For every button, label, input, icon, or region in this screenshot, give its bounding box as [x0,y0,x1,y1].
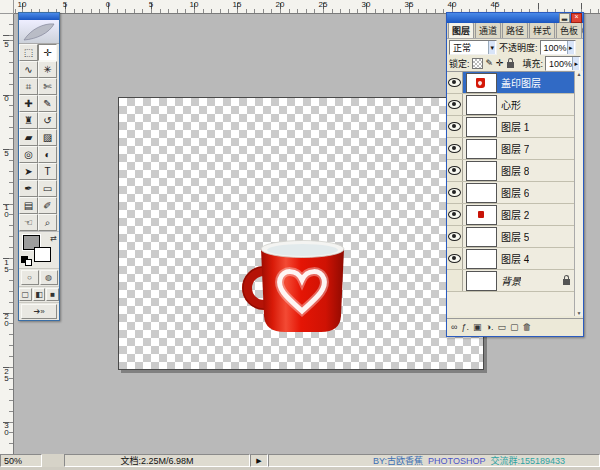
tool-lasso[interactable]: ∿ [19,61,38,78]
layer-row[interactable]: 图层 8 [447,160,576,182]
layer-name: 图层 1 [501,119,529,134]
layer-visibility-toggle[interactable] [447,204,463,225]
palette-scrollbar[interactable]: ▲▼ [574,71,583,316]
lock-position-icon[interactable]: ✛ [496,59,504,68]
eye-icon [448,144,461,153]
tool-hand[interactable]: ☜ [19,214,38,231]
v-ruler-label: 30 [0,421,11,435]
new-layer-button[interactable]: ▢ [510,321,519,333]
tool-eraser[interactable]: ▰ [19,129,38,146]
screen-mode-button-2[interactable]: ◧ [33,288,46,301]
tool-healing-brush[interactable]: ✚ [19,95,38,112]
eye-icon [448,188,461,197]
layer-name: 图层 8 [501,163,529,178]
document-canvas[interactable] [118,97,484,370]
default-colors-icon[interactable] [21,256,32,266]
tool-blur[interactable]: ◎ [19,146,38,163]
h-ruler-label: 30 [362,0,371,9]
watermark-author: BY:古欧香蕉 [373,454,423,467]
lock-transparency-icon[interactable] [472,58,483,69]
opacity-field[interactable]: 100% ▸ [540,40,576,55]
tool-rect-marquee[interactable]: ⬚ [19,44,38,61]
color-swatch-area: ⇄ [19,231,59,268]
layer-visibility-toggle[interactable] [447,94,463,115]
background-color-swatch[interactable] [34,247,51,262]
layer-row[interactable]: 背景 [447,270,576,292]
layer-group-button[interactable]: ▭ [497,321,506,333]
quick-mask-mode-button[interactable]: ◍ [40,270,58,285]
lock-label: 锁定: [449,57,470,70]
layer-row[interactable]: 心形 [447,94,576,116]
standard-mode-button[interactable]: ○ [21,270,39,285]
screen-mode-button-3[interactable]: ■ [46,288,59,301]
toolbox-titlebar[interactable] [19,13,59,20]
layer-row[interactable]: 图层 5 [447,226,576,248]
tool-type[interactable]: T [38,163,57,180]
tool-dodge[interactable]: ◐ [38,146,57,163]
tool-pen[interactable]: ✒ [19,180,38,197]
zoom-level-field[interactable]: 50% [0,454,42,467]
link-layers-button[interactable]: ∞ [451,321,457,333]
layer-visibility-toggle[interactable] [447,270,463,291]
tool-path-selection[interactable]: ➤ [19,163,38,180]
tab-图层[interactable]: 图层 [448,23,474,38]
tool-gradient[interactable]: ▨ [38,129,57,146]
tab-色板[interactable]: 色板 [556,23,582,38]
status-popup-button[interactable]: ▶ [250,454,268,467]
h-ruler-label: 5 [63,0,67,9]
jump-to-imageready-button[interactable]: ➔» [21,304,57,319]
layer-row[interactable]: 图层 7 [447,138,576,160]
blend-mode-select[interactable]: 正常 ▾ [449,40,497,55]
tool-notes[interactable]: ▤ [19,197,38,214]
tab-样式[interactable]: 样式 [529,23,555,38]
layer-visibility-toggle[interactable] [447,72,463,93]
tool-clone-stamp[interactable]: ♜ [19,112,38,129]
tool-slice[interactable]: ✄ [38,78,57,95]
layer-row[interactable]: 图层 1 [447,116,576,138]
layer-visibility-toggle[interactable] [447,116,463,137]
lock-all-icon[interactable] [507,62,514,68]
tool-move[interactable]: ✛ [38,44,57,61]
tool-magic-wand[interactable]: ✳ [38,61,57,78]
layer-row[interactable]: 盖印图层 [447,72,576,94]
layer-list: 盖印图层心形图层 1图层 7图层 8图层 6图层 2图层 5图层 4背景 [447,71,576,316]
tool-brush[interactable]: ✎ [38,95,57,112]
palette-minimize-button[interactable]: ▂ [559,13,570,23]
tool-grid: ⬚✛∿✳⌗✄✚✎♜↺▰▨◎◐➤T✒▭▤✐☜⌕ [19,44,59,231]
palette-menu-button[interactable]: ▸ [582,24,583,37]
layer-mask-button[interactable]: ▣ [473,321,482,333]
tab-通道[interactable]: 通道 [475,23,501,38]
h-ruler-label: 35 [405,0,414,9]
layer-row[interactable]: 图层 6 [447,182,576,204]
layer-style-button[interactable]: ƒ. [461,321,469,333]
layer-visibility-toggle[interactable] [447,226,463,247]
h-ruler-label: 15 [233,0,242,9]
layer-row[interactable]: 图层 4 [447,248,576,270]
h-ruler-label: 45 [491,0,500,9]
layer-visibility-toggle[interactable] [447,160,463,181]
eye-icon [448,254,461,263]
tab-路径[interactable]: 路径 [502,23,528,38]
palette-close-button[interactable]: × [571,13,582,23]
layer-name: 心形 [501,97,521,112]
tool-shape[interactable]: ▭ [38,180,57,197]
lock-pixels-icon[interactable]: ✎ [486,59,494,68]
layer-visibility-toggle[interactable] [447,182,463,203]
adjustment-layer-button[interactable]: ◑. [485,321,493,333]
layer-row[interactable]: 图层 2 [447,204,576,226]
screen-mode-button-1[interactable]: ▢ [19,288,32,301]
tool-eyedropper[interactable]: ✐ [38,197,57,214]
delete-layer-button[interactable]: 🗑 [522,321,531,333]
tool-history-brush[interactable]: ↺ [38,112,57,129]
vertical-ruler[interactable]: 5051015202530 [0,13,14,454]
layer-visibility-toggle[interactable] [447,248,463,269]
layer-thumbnail [466,249,497,269]
swap-colors-icon[interactable]: ⇄ [50,234,57,243]
v-ruler-label: 25 [0,367,11,381]
fill-field[interactable]: 100% ▸ [545,56,581,71]
h-ruler-label: 40 [448,0,457,9]
tool-crop[interactable]: ⌗ [19,78,38,95]
palette-titlebar[interactable]: ▂ × [447,13,583,23]
layer-visibility-toggle[interactable] [447,138,463,159]
tool-zoom-tool[interactable]: ⌕ [38,214,57,231]
